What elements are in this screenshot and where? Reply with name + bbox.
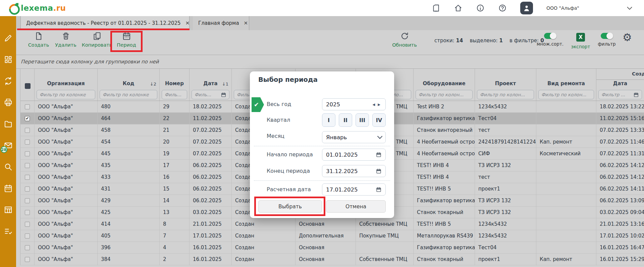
cell-org: ООО "Альфа"	[35, 113, 98, 124]
full-year-check-icon[interactable]: ✔	[252, 97, 264, 112]
row-checkbox[interactable]	[25, 186, 30, 192]
year-stepper[interactable]: 2025 ◀ ▶	[322, 98, 386, 110]
close-icon[interactable]: ✕	[185, 20, 190, 26]
calendar-icon[interactable]	[633, 92, 639, 98]
column-header-code[interactable]: Код↓2Фильтр по колонке	[98, 69, 160, 101]
cell-repair_kind	[536, 171, 596, 183]
cell-org: ООО "Альфа"	[35, 101, 98, 113]
close-icon[interactable]: ✕	[244, 20, 248, 26]
stat-item: выделено:1	[470, 38, 503, 44]
удалить-button[interactable]: Удалить	[52, 32, 79, 51]
tab-defect-registry[interactable]: Дефектная ведомость - Реестр от 01.01.20…	[20, 16, 190, 30]
column-header-org[interactable]: ОрганизацияФильтр по колонке	[35, 69, 98, 101]
column-header-project[interactable]: ПроектФильтр по колон...	[475, 69, 536, 101]
sync-icon[interactable]	[4, 76, 13, 86]
tab-main-form[interactable]: Главная форма ✕	[193, 16, 249, 30]
row-checkbox[interactable]: ✔	[25, 116, 30, 121]
refresh-button[interactable]: Обновить	[392, 32, 417, 51]
filter-toggle[interactable]	[601, 33, 613, 39]
group-by-bar[interactable]: Перетащите сюда колонку для группировки …	[16, 55, 644, 69]
forms-icon[interactable]	[432, 4, 440, 12]
row-checkbox[interactable]	[25, 233, 30, 238]
период-button[interactable]: Период	[115, 32, 138, 51]
column-header-created[interactable]: СозданиеДатаФильтр ...	[596, 69, 644, 101]
select-all-checkbox[interactable]	[25, 83, 31, 89]
filter-input-equipment[interactable]: Фильтр по колон...	[416, 90, 473, 99]
calc-date-field[interactable]: 17.01.2025	[322, 183, 386, 196]
column-header-repair_kind[interactable]: Вид ремонтаФильтр по колон...	[536, 69, 596, 101]
создать-button[interactable]: Создать	[25, 32, 52, 51]
pencil-icon[interactable]	[4, 34, 13, 43]
cell-number: 19	[160, 148, 190, 160]
calendar-icon[interactable]	[376, 152, 382, 158]
mail-icon[interactable]: 28	[4, 141, 13, 150]
table-row[interactable]: ООО "Альфа"405717.01.2025СозданДополните…	[20, 230, 644, 242]
search-icon[interactable]	[4, 162, 13, 171]
row-checkbox[interactable]	[25, 222, 30, 227]
chevron-down-icon[interactable]	[625, 4, 634, 12]
help-icon[interactable]	[498, 4, 507, 12]
row-checkbox[interactable]	[25, 175, 30, 180]
копировать-button[interactable]: Копировать	[80, 32, 113, 51]
quarter-I-button[interactable]: I	[322, 113, 335, 127]
calendar-icon[interactable]	[376, 186, 382, 193]
home-icon[interactable]	[454, 4, 463, 12]
folder-icon[interactable]	[4, 119, 13, 128]
select-button[interactable]: Выбрать	[258, 200, 322, 213]
info-icon[interactable]	[476, 4, 485, 12]
period-start-label: Начало периода	[267, 151, 313, 158]
row-checkbox[interactable]	[25, 198, 30, 203]
calendar-icon[interactable]	[376, 168, 382, 174]
filter-input-project[interactable]: Фильтр по колон...	[477, 90, 534, 99]
column-header-date[interactable]: Дата↓1Филь...	[190, 69, 232, 101]
quarter-II-button[interactable]: II	[339, 113, 352, 127]
filter-input-code[interactable]: Фильтр по колонке	[100, 90, 157, 99]
multisort-toggle[interactable]	[544, 33, 556, 39]
year-prev-icon[interactable]: ◀	[371, 103, 377, 106]
cell-date: 06.02.2025	[190, 171, 232, 183]
checklist-icon[interactable]	[4, 227, 13, 236]
row-checkbox[interactable]	[25, 257, 30, 262]
row-checkbox[interactable]	[25, 140, 30, 145]
excel-export-icon[interactable]: X	[576, 33, 585, 42]
filter-input-number[interactable]: Филь...	[162, 90, 187, 99]
row-checkbox[interactable]	[25, 163, 30, 168]
period-end-field[interactable]: 31.12.2025	[322, 165, 386, 177]
cell-org: ООО "Альфа"	[35, 242, 98, 254]
row-checkbox[interactable]	[25, 210, 30, 215]
row-checkbox-cell	[20, 183, 35, 195]
gear-icon[interactable]: ⚙	[623, 32, 632, 43]
row-checkbox[interactable]	[25, 104, 30, 109]
month-select[interactable]: Январь	[322, 131, 386, 143]
divider	[254, 180, 390, 181]
calendar-icon[interactable]	[221, 92, 226, 98]
row-checkbox[interactable]	[25, 245, 30, 250]
table-row[interactable]: ООО "Альфа"414821.01.2025СозданОсновнаяС…	[20, 218, 644, 230]
cancel-button[interactable]: Отмена	[326, 200, 386, 213]
cell-status: Создан	[232, 230, 296, 242]
filter-input-repair_kind[interactable]: Фильтр по колон...	[538, 90, 594, 99]
printer-icon[interactable]	[4, 98, 13, 107]
period-start-field[interactable]: 01.01.2025	[322, 149, 386, 161]
calendar-icon[interactable]	[4, 184, 13, 193]
filter-input-date[interactable]: Филь...	[192, 90, 229, 99]
quarter-III-button[interactable]: III	[356, 113, 369, 127]
filter-input-org[interactable]: Фильтр по колонке	[37, 90, 95, 99]
column-header-equipment[interactable]: ОборудованиеФильтр по колон...	[414, 69, 475, 101]
cell-number: 29	[160, 101, 190, 113]
column-header-number[interactable]: НомерФиль...	[160, 69, 190, 101]
cell-equipment: Газификатор вертикальный	[414, 113, 475, 124]
user-avatar[interactable]	[520, 2, 533, 14]
cell-sheet_kind: Основная	[296, 254, 356, 265]
row-checkbox[interactable]	[25, 128, 30, 133]
blocks-icon[interactable]	[4, 55, 13, 64]
cell-repair_kind	[536, 218, 596, 230]
filter-input-created[interactable]: Фильтр ...	[598, 90, 642, 99]
year-next-icon[interactable]: ▶	[376, 103, 382, 106]
table-icon[interactable]	[4, 205, 13, 214]
row-checkbox[interactable]	[25, 151, 30, 156]
quarter-IV-button[interactable]: IV	[372, 113, 386, 127]
table-row[interactable]: ООО "Альфа"396416.01.2025СозданОсновнаяГ…	[20, 242, 644, 254]
table-row[interactable]: ООО "Альфа"384216.01.2025СозданОсновнаяС…	[20, 254, 644, 265]
logo-mark-icon	[9, 3, 19, 13]
